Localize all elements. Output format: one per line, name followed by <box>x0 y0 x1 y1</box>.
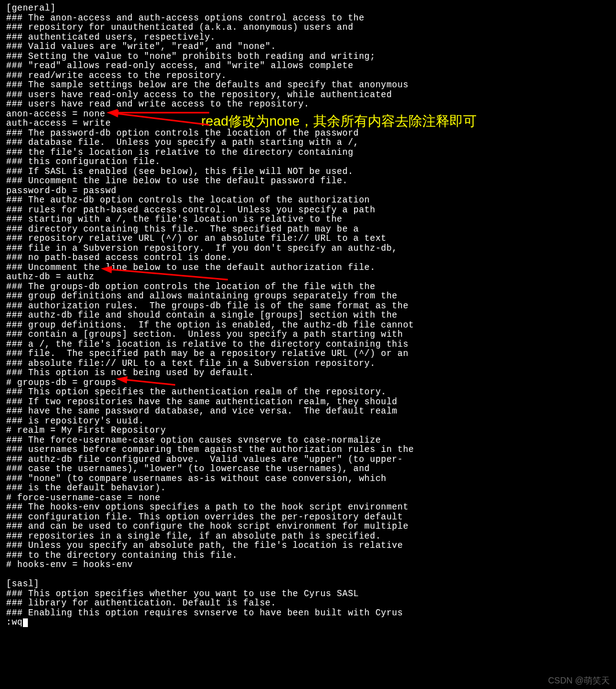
code-line: # groups-db = groups <box>6 378 610 388</box>
code-line: ### Uncomment the line below to use the … <box>6 176 610 186</box>
code-line: ### Enabling this option requires svnser… <box>6 609 610 618</box>
code-line: # hooks-env = hooks-env <box>6 560 610 570</box>
code-line: ### This option specifies the authentica… <box>6 388 610 397</box>
code-line: ### this configuration file. <box>6 157 610 167</box>
code-line: ### the file's location is relative to t… <box>6 148 610 158</box>
code-line: ### repository for unauthenticated (a.k.… <box>6 23 610 33</box>
watermark: CSDN @萌笑天 <box>548 676 610 686</box>
code-line: ### file in a Subversion repository. If … <box>6 244 610 254</box>
code-line: ### This option specifies whether you wa… <box>6 589 610 599</box>
code-line: ### The force-username-case option cause… <box>6 436 610 446</box>
code-line: ### group definitions. If the option is … <box>6 321 610 331</box>
code-line: ### library for authentication. Default … <box>6 599 610 609</box>
code-line: password-db = passwd <box>6 186 610 196</box>
code-line: ### group definitions and allows maintai… <box>6 292 610 301</box>
code-line: ### usernames before comparing them agai… <box>6 445 610 455</box>
code-line: ### is the default behavior). <box>6 483 610 493</box>
code-line: ### file. The specified path may be a re… <box>6 349 610 359</box>
code-line: ### The anon-access and auth-access opti… <box>6 14 610 24</box>
code-line: [sasl] <box>6 579 610 589</box>
code-line: ### configuration file. This option over… <box>6 513 610 522</box>
code-line: [general] <box>6 4 610 14</box>
code-line: ### have the same password database, and… <box>6 407 610 417</box>
code-line <box>6 570 610 580</box>
code-line: ### repository relative URL (^/) or an a… <box>6 234 610 244</box>
code-line: ### and can be used to configure the hoo… <box>6 522 610 532</box>
code-line: ### no path-based access control is done… <box>6 253 610 263</box>
code-line: ### "none" (to compare usernames as-is w… <box>6 474 610 484</box>
code-line: ### starting with a /, the file's locati… <box>6 215 610 225</box>
code-line: ### repositories in a single file, if an… <box>6 532 610 542</box>
annotation-text: read修改为none，其余所有内容去除注释即可 <box>201 116 477 126</box>
code-line: ### If two repositories have the same au… <box>6 397 610 407</box>
code-line: ### authenticated users, respectively. <box>6 33 610 43</box>
code-line: ### Uncomment the line below to use the … <box>6 263 610 273</box>
code-line: ### users have read and write access to … <box>6 100 610 110</box>
code-line: ### "read" allows read-only access, and … <box>6 61 610 71</box>
code-line: ### Setting the value to "none" prohibit… <box>6 52 610 62</box>
code-line: ### This option is not being used by def… <box>6 368 610 378</box>
code-line: ### The authz-db option controls the loc… <box>6 196 610 206</box>
code-line: ### case the usernames), "lower" (to low… <box>6 464 610 474</box>
code-line: authz-db = authz <box>6 272 610 282</box>
code-line: ### is repository's uuid. <box>6 417 610 427</box>
code-line: ### The sample settings below are the de… <box>6 80 610 90</box>
code-line: ### Valid values are "write", "read", an… <box>6 42 610 52</box>
code-line: ### The groups-db option controls the lo… <box>6 282 610 292</box>
code-line: ### contain a [groups] section. Unless y… <box>6 330 610 340</box>
code-line: ### rules for path-based access control.… <box>6 206 610 215</box>
code-line: ### authz-db file configured above. Vali… <box>6 455 610 465</box>
code-line: # realm = My First Repository <box>6 426 610 436</box>
code-line: ### The hooks-env options specifies a pa… <box>6 503 610 513</box>
code-line: ### database file. Unless you specify a … <box>6 138 610 148</box>
code-line: ### a /, the file's location is relative… <box>6 340 610 350</box>
code-line: ### absolute file:// URL to a text file … <box>6 359 610 369</box>
vim-command-line[interactable]: :wq <box>6 618 610 628</box>
terminal-editor[interactable]: [general]### The anon-access and auth-ac… <box>0 0 616 631</box>
code-line: ### read/write access to the repository. <box>6 71 610 81</box>
code-line: ### If SASL is enabled (see below), this… <box>6 167 610 177</box>
code-line: ### authz-db file and should contain a s… <box>6 311 610 321</box>
code-line: ### Unless you specify an absolute path,… <box>6 541 610 551</box>
code-line: ### The password-db option controls the … <box>6 129 610 139</box>
code-line: ### users have read-only access to the r… <box>6 90 610 100</box>
code-line: # force-username-case = none <box>6 493 610 503</box>
code-line: ### directory containing this file. The … <box>6 225 610 235</box>
code-line: ### authorization rules. The groups-db f… <box>6 301 610 311</box>
code-line: ### to the directory containing this fil… <box>6 551 610 561</box>
cursor-icon <box>23 618 28 627</box>
